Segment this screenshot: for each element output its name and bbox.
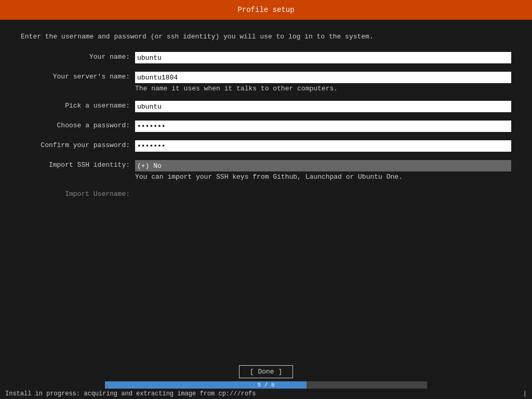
progress-bar-outer: 5 / 8 <box>105 381 427 389</box>
password-label: Choose a password: <box>21 121 135 129</box>
your-name-input[interactable] <box>135 52 511 63</box>
server-name-field-wrapper: The name it uses when it talks to other … <box>135 72 511 92</box>
password-field-wrapper <box>135 121 511 132</box>
header-title: Profile setup <box>237 6 294 14</box>
import-username-row: Import Username: <box>21 189 511 198</box>
username-field-wrapper <box>135 101 511 112</box>
header-bar: Profile setup <box>0 0 532 20</box>
status-bar: Install in progress: acquiring and extra… <box>0 389 532 399</box>
ssh-identity-field-wrapper: (+) No You can import your SSH keys from… <box>135 160 511 181</box>
server-name-input[interactable] <box>135 72 511 83</box>
description-text: Enter the username and password (or ssh … <box>21 33 511 41</box>
ssh-identity-label: Import SSH identity: <box>21 160 135 169</box>
status-pipe: | <box>523 390 527 397</box>
your-name-label: Your name: <box>21 52 135 61</box>
password-input[interactable] <box>135 121 511 132</box>
main-content: Enter the username and password (or ssh … <box>0 20 532 217</box>
confirm-password-label: Confirm your password: <box>21 140 135 149</box>
done-button[interactable]: [ Done ] <box>239 365 293 378</box>
import-username-label: Import Username: <box>21 189 135 198</box>
server-name-row: Your server's name: The name it uses whe… <box>21 72 511 92</box>
username-label: Pick a username: <box>21 101 135 110</box>
your-name-row: Your name: <box>21 52 511 63</box>
server-name-hint: The name it uses when it talks to other … <box>135 85 511 92</box>
confirm-password-input[interactable] <box>135 140 511 152</box>
ssh-identity-row: Import SSH identity: (+) No You can impo… <box>21 160 511 181</box>
ssh-hint: You can import your SSH keys from Github… <box>135 173 511 181</box>
username-row: Pick a username: <box>21 101 511 112</box>
username-input[interactable] <box>135 101 511 112</box>
confirm-password-field-wrapper <box>135 140 511 152</box>
ssh-dropdown-value: (+) No <box>137 162 162 170</box>
your-name-field-wrapper <box>135 52 511 63</box>
status-text: Install in progress: acquiring and extra… <box>5 390 256 397</box>
confirm-password-row: Confirm your password: <box>21 140 511 152</box>
server-name-label: Your server's name: <box>21 72 135 81</box>
progress-text: 5 / 8 <box>105 381 427 389</box>
password-row: Choose a password: <box>21 121 511 132</box>
ssh-dropdown[interactable]: (+) No <box>135 160 511 171</box>
bottom-bar: [ Done ] <box>0 365 532 378</box>
progress-bar-container: 5 / 8 <box>0 381 532 389</box>
